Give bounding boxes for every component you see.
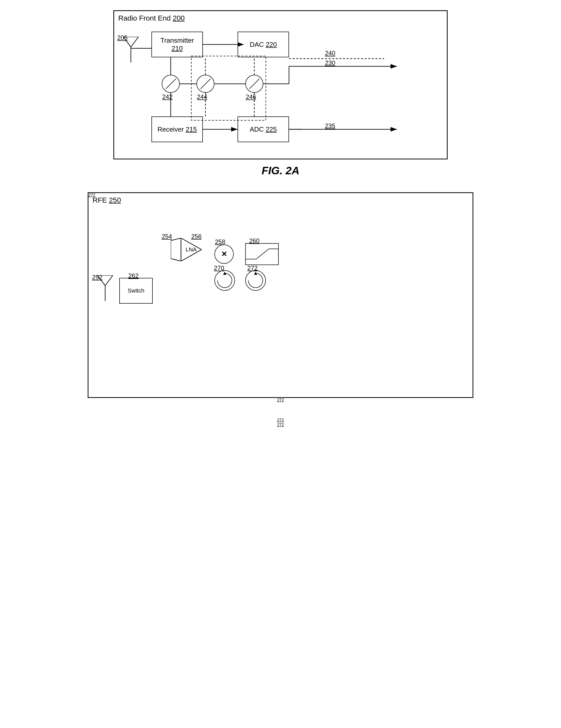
fig2b-section: RFE 250 252 Switch 262 254: [49, 192, 512, 403]
ref-252: 252: [92, 274, 102, 281]
fig2a-caption: FIG. 2A: [261, 165, 299, 177]
fig2b-title: RFE 250: [93, 196, 121, 204]
mixer-242: [162, 75, 180, 93]
circ-270: [214, 270, 235, 291]
transmitter-block: Transmitter210: [151, 32, 203, 57]
ref-262: 262: [128, 272, 139, 279]
mixer-244: [196, 75, 214, 93]
lna-triangle: LNA: [171, 238, 202, 262]
svg-text:LNA: LNA: [186, 246, 197, 253]
mixer-258: ✕: [214, 244, 234, 264]
ref-270: 270: [214, 265, 224, 272]
svg-text:235: 235: [325, 122, 335, 129]
svg-text:230: 230: [325, 59, 335, 66]
ref-260: 260: [249, 237, 259, 244]
fig2a-section: Radio Front End 200 205 Transmitter210 D…: [49, 10, 512, 177]
dac-block: DAC 220: [238, 32, 289, 57]
receiver-block: Receiver 215: [151, 116, 203, 142]
ref-205: 205: [117, 34, 128, 41]
ref-246: 246: [246, 93, 256, 101]
svg-line-2: [131, 37, 139, 47]
svg-line-31: [105, 275, 113, 286]
svg-line-37: [256, 249, 269, 259]
ref-256: 256: [191, 233, 202, 240]
svg-text:240: 240: [325, 50, 335, 57]
fig2b-diagram: RFE 250 252 Switch 262 254: [88, 192, 473, 398]
filter-260: [245, 243, 279, 265]
adc-block: ADC 225: [238, 116, 289, 142]
ref-258: 258: [215, 238, 225, 245]
ref-244: 244: [197, 93, 207, 101]
fig2a-title: Radio Front End 200: [118, 14, 185, 22]
ref-272: 272: [247, 265, 258, 272]
circ-272: [245, 270, 266, 291]
mixer-246: [245, 75, 263, 93]
ref-242: 242: [162, 93, 173, 101]
page-container: Radio Front End 200 205 Transmitter210 D…: [49, 10, 512, 423]
svg-marker-33: [171, 238, 181, 261]
fig2a-diagram: Radio Front End 200 205 Transmitter210 D…: [113, 10, 448, 159]
switch-block: Switch: [119, 278, 153, 304]
